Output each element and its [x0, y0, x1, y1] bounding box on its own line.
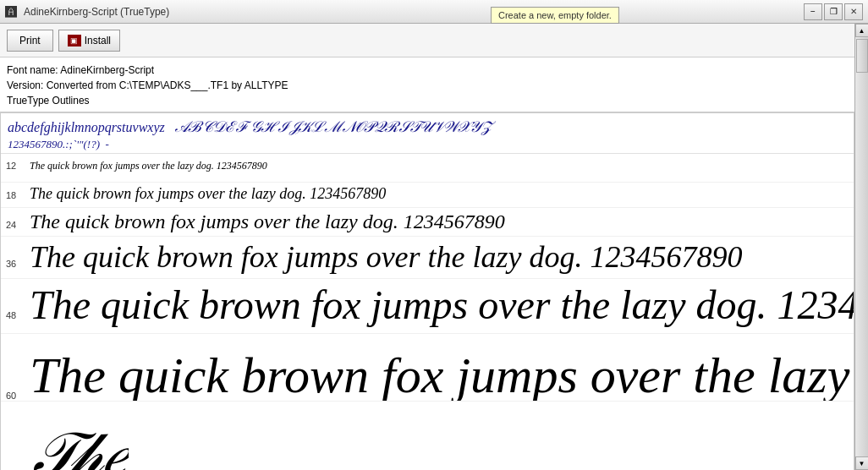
sample-section: 12 The quick brown fox jumps over the la…: [1, 154, 854, 470]
install-button[interactable]: ▣ Install: [58, 30, 120, 52]
uppercase-alphabet: 𝒜ℬ𝒞𝒟ℰℱ𝒢ℋℐ𝒥𝒦ℒℳ𝒩𝒪𝒫𝒬ℛ𝒮𝒯𝒰𝒱𝒲𝒳𝒴𝒵: [175, 118, 490, 135]
sample-text-60: The quick brown fox jumps over the lazy …: [30, 350, 854, 401]
alphabet-display: abcdefghijklmnopqrstuvwxyz 𝒜ℬ𝒞𝒟ℰℱ𝒢ℋℐ𝒥𝒦ℒℳ…: [8, 118, 847, 136]
install-label: Install: [85, 35, 111, 46]
window-title: AdineKirnberg-Script (TrueType): [24, 6, 169, 18]
alphabet-section: abcdefghijklmnopqrstuvwxyz 𝒜ℬ𝒞𝒟ℰℱ𝒢ℋℐ𝒥𝒦ℒℳ…: [1, 113, 854, 154]
scroll-thumb[interactable]: [856, 39, 868, 73]
size-label-36: 36: [6, 259, 30, 269]
title-bar: 🅰 AdineKirnberg-Script (TrueType) Create…: [0, 0, 868, 24]
scrollbar[interactable]: ▲ ▼: [854, 24, 868, 470]
numbers-display: 1234567890.:;`'"(!?) -: [8, 138, 847, 151]
font-version-line: Version: Converted from C:\TEMP\ADKS___.…: [7, 78, 861, 93]
close-button[interactable]: ✕: [844, 3, 863, 20]
tooltip: Create a new, empty folder.: [491, 7, 619, 24]
sample-text-48: The quick brown fox jumps over the lazy …: [30, 281, 854, 328]
sample-row-24: 24 The quick brown fox jumps over the la…: [1, 208, 854, 237]
scroll-down-button[interactable]: ▼: [855, 456, 869, 470]
size-label-48: 48: [6, 310, 30, 320]
title-bar-left: 🅰 AdineKirnberg-Script (TrueType): [5, 5, 169, 19]
sample-text-24: The quick brown fox jumps over the lazy …: [30, 210, 505, 233]
size-label-24: 24: [6, 220, 30, 230]
restore-button[interactable]: ❐: [824, 3, 843, 20]
sample-text-12: The quick brown fox jumps over the lazy …: [30, 160, 267, 172]
app-window: 🅰 AdineKirnberg-Script (TrueType) Create…: [0, 0, 868, 470]
app-icon: 🅰: [5, 5, 19, 19]
sample-text-36: The quick brown fox jumps over the lazy …: [30, 239, 743, 275]
minimize-button[interactable]: −: [804, 3, 822, 20]
font-info: Font name: AdineKirnberg-Script Version:…: [0, 57, 868, 112]
sample-row-48: 48 The quick brown fox jumps over the la…: [1, 279, 854, 334]
sample-row-60: 60 The quick brown fox jumps over the la…: [1, 334, 854, 402]
content-area[interactable]: abcdefghijklmnopqrstuvwxyz 𝒜ℬ𝒞𝒟ℰℱ𝒢ℋℐ𝒥𝒦ℒℳ…: [0, 112, 854, 470]
window-controls: − ❐ ✕: [804, 3, 863, 20]
size-label-60: 60: [6, 391, 30, 401]
install-icon: ▣: [68, 35, 81, 46]
size-label-18: 18: [6, 190, 30, 200]
sample-row-72: 𝒯𝒽𝑒: [1, 402, 854, 470]
font-type-line: TrueType Outlines: [7, 93, 861, 108]
sample-row-36: 36 The quick brown fox jumps over the la…: [1, 237, 854, 279]
lowercase-alphabet: abcdefghijklmnopqrstuvwxyz: [8, 120, 172, 134]
print-button[interactable]: Print: [7, 30, 53, 52]
toolbar: Print ▣ Install: [0, 24, 868, 57]
font-name-line: Font name: AdineKirnberg-Script: [7, 63, 861, 78]
sample-text-18: The quick brown fox jumps over the lazy …: [30, 185, 386, 203]
sample-row-18: 18 The quick brown fox jumps over the la…: [1, 183, 854, 208]
sample-text-72: 𝒯𝒽𝑒: [30, 424, 129, 470]
size-label-12: 12: [6, 161, 30, 171]
scroll-up-button[interactable]: ▲: [855, 24, 869, 37]
sample-row-12: 12 The quick brown fox jumps over the la…: [1, 157, 854, 183]
